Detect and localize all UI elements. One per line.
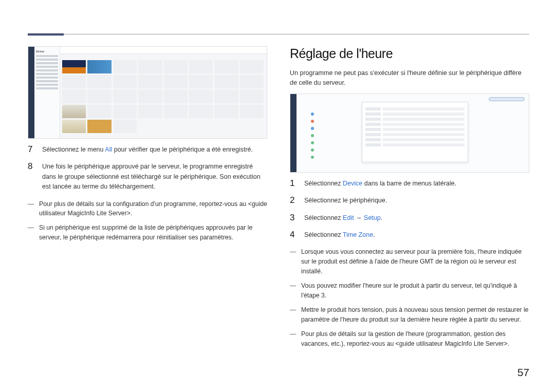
- step-number: 4: [290, 230, 297, 240]
- screenshot-device-grid: Device: [28, 46, 267, 139]
- screenshot-side-title: Device: [36, 50, 58, 53]
- section-title: Réglage de l'heure: [290, 46, 529, 61]
- step-number: 7: [28, 145, 35, 155]
- note-item: Mettre le produit hors tension, puis à n…: [290, 305, 529, 325]
- left-column: Device 7 Sélectionn: [28, 46, 267, 353]
- step-4: 4 Sélectionnez Time Zone.: [290, 230, 529, 240]
- note-item: Si un périphérique est supprimé de la li…: [28, 223, 267, 242]
- note-item: Vous pouvez modifier l'heure sur le prod…: [290, 281, 529, 301]
- link-device: Device: [343, 180, 362, 187]
- link-edit: Edit: [343, 214, 354, 221]
- page-number: 57: [517, 366, 529, 379]
- step-2: 2 Sélectionnez le périphérique.: [290, 196, 529, 206]
- step-number: 8: [28, 162, 35, 192]
- step-7: 7 Sélectionnez le menu All pour vérifier…: [28, 145, 267, 155]
- step-8: 8 Une fois le périphérique approuvé par …: [28, 162, 267, 192]
- step-number: 3: [290, 213, 297, 223]
- link-all: All: [105, 146, 112, 153]
- note-item: Lorsque vous vous connectez au serveur p…: [290, 247, 529, 276]
- link-timezone: Time Zone: [343, 231, 373, 238]
- note-item: Pour plus de détails sur la configuratio…: [28, 199, 267, 219]
- step-1: 1 Sélectionnez Device dans la barre de m…: [290, 179, 529, 189]
- step-number: 2: [290, 196, 297, 206]
- intro-text: Un programme ne peut pas s'exécuter si l…: [290, 68, 529, 88]
- note-item: Pour plus de détails sur la gestion de l…: [290, 329, 529, 349]
- right-column: Réglage de l'heure Un programme ne peut …: [290, 46, 529, 353]
- step-3: 3 Sélectionnez Edit → Setup.: [290, 213, 529, 223]
- screenshot-time-setup: [290, 94, 529, 173]
- step-number: 1: [290, 179, 297, 189]
- link-setup: Setup: [364, 214, 381, 221]
